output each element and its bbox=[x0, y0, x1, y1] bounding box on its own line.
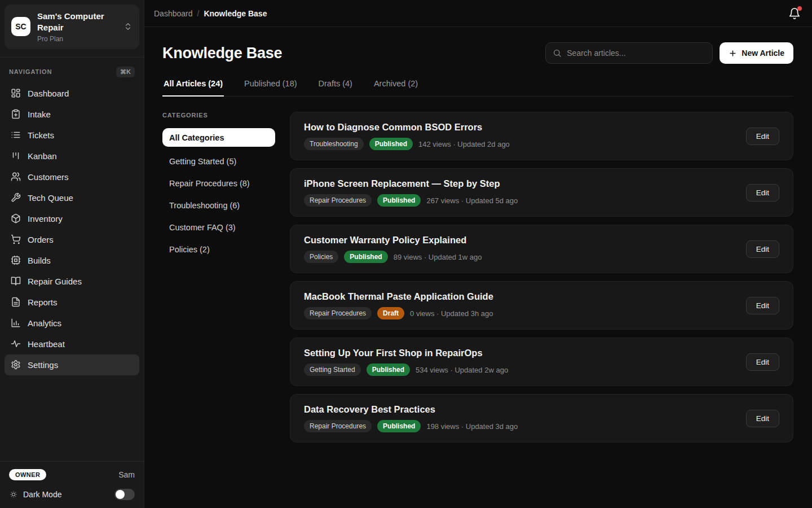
breadcrumb-dashboard-link[interactable]: Dashboard bbox=[154, 9, 193, 18]
article-status-badge: Published bbox=[367, 364, 410, 376]
sidebar-item-inventory[interactable]: Inventory bbox=[5, 208, 139, 229]
sidebar-item-label: Reports bbox=[28, 297, 58, 307]
sidebar-item-label: Analytics bbox=[28, 318, 61, 328]
sidebar-item-label: Tickets bbox=[28, 130, 54, 140]
article-title: How to Diagnose Common BSOD Errors bbox=[304, 122, 510, 133]
dark-mode-label: Dark Mode bbox=[23, 490, 109, 499]
sidebar-item-customers[interactable]: Customers bbox=[5, 167, 139, 187]
notifications-button[interactable] bbox=[787, 6, 802, 21]
search-icon bbox=[553, 49, 562, 58]
article-meta: 142 views · Updated 2d ago bbox=[418, 140, 510, 148]
sidebar-nav: Dashboard Intake Tickets Kanban Customer… bbox=[0, 83, 144, 375]
content: Knowledge Base New Article All Articles … bbox=[144, 27, 812, 508]
sidebar-item-tech-queue[interactable]: Tech Queue bbox=[5, 187, 139, 208]
edit-button[interactable]: Edit bbox=[746, 240, 779, 258]
cpu-icon bbox=[11, 255, 21, 265]
category-all[interactable]: All Categories bbox=[162, 128, 275, 147]
article-category-tag: Getting Started bbox=[304, 364, 361, 376]
sidebar-item-settings[interactable]: Settings bbox=[5, 354, 139, 375]
article-category-tag: Repair Procedures bbox=[304, 194, 372, 207]
sidebar-item-builds[interactable]: Builds bbox=[5, 250, 139, 271]
article-card: How to Diagnose Common BSOD Errors Troub… bbox=[290, 112, 793, 160]
article-title: MacBook Thermal Paste Application Guide bbox=[304, 291, 493, 302]
article-status-badge: Published bbox=[344, 251, 387, 263]
article-tabs: All Articles (24) Published (18) Drafts … bbox=[162, 79, 793, 97]
clipboard-plus-icon bbox=[11, 109, 21, 119]
sidebar-item-orders[interactable]: Orders bbox=[5, 229, 139, 250]
category-repair-procedures[interactable]: Repair Procedures (8) bbox=[162, 172, 275, 194]
sun-icon bbox=[9, 490, 18, 499]
user-name: Sam bbox=[118, 470, 135, 479]
book-open-icon bbox=[11, 276, 21, 286]
cart-icon bbox=[11, 234, 21, 244]
navigation-section-label: NAVIGATION bbox=[9, 68, 52, 75]
topbar: Dashboard / Knowledge Base bbox=[144, 0, 812, 27]
sidebar-item-label: Settings bbox=[28, 360, 58, 370]
dashboard-icon bbox=[11, 88, 21, 98]
sidebar-item-reports[interactable]: Reports bbox=[5, 292, 139, 313]
sidebar-item-label: Repair Guides bbox=[28, 277, 82, 286]
notification-dot bbox=[797, 6, 802, 11]
gear-icon bbox=[11, 360, 21, 370]
search-input[interactable] bbox=[567, 49, 705, 58]
users-icon bbox=[11, 172, 21, 182]
article-card: Customer Warranty Policy Explained Polic… bbox=[290, 225, 793, 273]
article-meta: 534 views · Updated 2w ago bbox=[416, 366, 508, 374]
edit-button[interactable]: Edit bbox=[746, 410, 779, 427]
article-card: Data Recovery Best Practices Repair Proc… bbox=[290, 394, 793, 443]
sidebar-item-label: Inventory bbox=[28, 214, 63, 224]
workspace-switcher[interactable]: SC Sam's Computer Repair Pro Plan bbox=[5, 5, 139, 49]
category-customer-faq[interactable]: Customer FAQ (3) bbox=[162, 216, 275, 238]
sidebar-item-analytics[interactable]: Analytics bbox=[5, 313, 139, 334]
tab-archived[interactable]: Archived (2) bbox=[373, 79, 419, 97]
article-card: iPhone Screen Replacement — Step by Step… bbox=[290, 168, 793, 217]
category-getting-started[interactable]: Getting Started (5) bbox=[162, 150, 275, 172]
package-icon bbox=[11, 213, 21, 224]
sidebar-item-repair-guides[interactable]: Repair Guides bbox=[5, 271, 139, 292]
chevrons-up-down-icon bbox=[123, 22, 133, 31]
sidebar-item-label: Customers bbox=[28, 172, 69, 182]
article-title: Data Recovery Best Practices bbox=[304, 404, 518, 415]
edit-button[interactable]: Edit bbox=[746, 353, 779, 371]
article-card: MacBook Thermal Paste Application Guide … bbox=[290, 281, 793, 330]
sidebar-item-heartbeat[interactable]: Heartbeat bbox=[5, 334, 139, 354]
role-badge: OWNER bbox=[9, 469, 46, 480]
command-k-shortcut-badge[interactable]: ⌘K bbox=[116, 67, 135, 77]
dark-mode-toggle[interactable] bbox=[114, 489, 135, 500]
article-meta: 0 views · Updated 3h ago bbox=[410, 309, 493, 318]
workspace-plan: Pro Plan bbox=[37, 35, 117, 43]
categories-label: CATEGORIES bbox=[162, 112, 275, 119]
tab-published[interactable]: Published (18) bbox=[243, 79, 298, 97]
toggle-knob bbox=[116, 490, 125, 499]
kanban-icon bbox=[11, 151, 21, 161]
article-category-tag: Repair Procedures bbox=[304, 307, 372, 319]
article-category-tag: Troubleshooting bbox=[304, 138, 364, 150]
article-category-tag: Repair Procedures bbox=[304, 420, 372, 432]
new-article-button[interactable]: New Article bbox=[720, 42, 793, 64]
article-card: Setting Up Your First Shop in RepairOps … bbox=[290, 338, 793, 386]
sidebar-item-tickets[interactable]: Tickets bbox=[5, 125, 139, 146]
sidebar-item-label: Intake bbox=[28, 110, 51, 119]
sidebar-item-label: Dashboard bbox=[28, 89, 69, 98]
category-policies[interactable]: Policies (2) bbox=[162, 238, 275, 260]
sidebar-item-dashboard[interactable]: Dashboard bbox=[5, 83, 139, 104]
category-troubleshooting[interactable]: Troubleshooting (6) bbox=[162, 194, 275, 216]
article-category-tag: Policies bbox=[304, 251, 338, 263]
edit-button[interactable]: Edit bbox=[746, 297, 779, 314]
wrench-icon bbox=[11, 192, 21, 203]
article-title: Customer Warranty Policy Explained bbox=[304, 235, 482, 246]
sidebar-footer: OWNER Sam Dark Mode bbox=[0, 461, 144, 508]
workspace-avatar: SC bbox=[11, 17, 30, 36]
edit-button[interactable]: Edit bbox=[746, 184, 779, 202]
sidebar: SC Sam's Computer Repair Pro Plan NAVIGA… bbox=[0, 0, 144, 508]
tab-all-articles[interactable]: All Articles (24) bbox=[162, 79, 224, 97]
edit-button[interactable]: Edit bbox=[746, 128, 779, 145]
sidebar-item-kanban[interactable]: Kanban bbox=[5, 146, 139, 167]
tab-drafts[interactable]: Drafts (4) bbox=[317, 79, 354, 97]
article-list: How to Diagnose Common BSOD Errors Troub… bbox=[290, 112, 793, 443]
article-title: Setting Up Your First Shop in RepairOps bbox=[304, 348, 508, 358]
categories-panel: CATEGORIES All Categories Getting Starte… bbox=[162, 112, 275, 443]
sidebar-item-intake[interactable]: Intake bbox=[5, 104, 139, 125]
sidebar-item-label: Tech Queue bbox=[28, 193, 73, 203]
file-text-icon bbox=[11, 297, 21, 307]
